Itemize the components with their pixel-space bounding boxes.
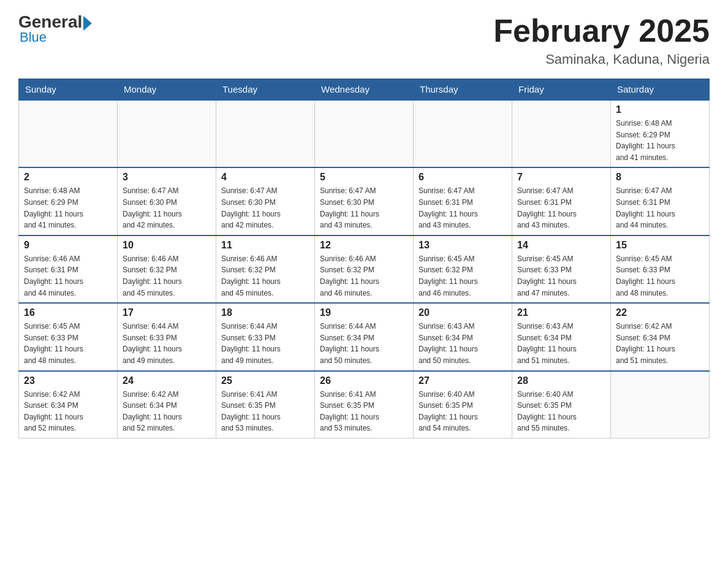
day-info: Sunrise: 6:47 AM Sunset: 6:30 PM Dayligh… [320,185,408,231]
day-info: Sunrise: 6:45 AM Sunset: 6:33 PM Dayligh… [616,253,704,299]
day-number: 26 [320,375,408,386]
day-number: 8 [616,172,704,183]
calendar-table: SundayMondayTuesdayWednesdayThursdayFrid… [18,79,710,439]
weekday-header-sunday: Sunday [19,79,118,101]
day-number: 7 [517,172,605,183]
location: Saminaka, Kaduna, Nigeria [493,52,710,67]
day-number: 24 [123,375,211,386]
logo: General Blue [18,12,93,45]
day-info: Sunrise: 6:42 AM Sunset: 6:34 PM Dayligh… [24,389,112,434]
day-info: Sunrise: 6:43 AM Sunset: 6:34 PM Dayligh… [419,321,507,366]
day-info: Sunrise: 6:45 AM Sunset: 6:33 PM Dayligh… [517,253,605,299]
day-number: 16 [24,307,112,318]
day-info: Sunrise: 6:41 AM Sunset: 6:35 PM Dayligh… [221,389,309,434]
calendar-week-5: 23Sunrise: 6:42 AM Sunset: 6:34 PM Dayli… [19,371,710,439]
calendar-cell: 9Sunrise: 6:46 AM Sunset: 6:31 PM Daylig… [19,236,118,303]
calendar-cell [118,100,216,167]
calendar-cell: 23Sunrise: 6:42 AM Sunset: 6:34 PM Dayli… [19,371,118,439]
calendar-cell [512,100,611,167]
calendar-cell: 3Sunrise: 6:47 AM Sunset: 6:30 PM Daylig… [118,167,216,235]
calendar-cell: 1Sunrise: 6:48 AM Sunset: 6:29 PM Daylig… [611,100,710,167]
day-info: Sunrise: 6:43 AM Sunset: 6:34 PM Dayligh… [517,321,605,366]
calendar-cell [611,371,710,439]
day-info: Sunrise: 6:45 AM Sunset: 6:32 PM Dayligh… [419,253,507,299]
day-number: 17 [123,307,211,318]
calendar-week-3: 9Sunrise: 6:46 AM Sunset: 6:31 PM Daylig… [19,236,710,303]
weekday-header-tuesday: Tuesday [216,79,315,101]
day-number: 25 [221,375,309,386]
day-info: Sunrise: 6:47 AM Sunset: 6:30 PM Dayligh… [221,185,309,231]
day-info: Sunrise: 6:48 AM Sunset: 6:29 PM Dayligh… [616,118,704,163]
day-info: Sunrise: 6:40 AM Sunset: 6:35 PM Dayligh… [419,389,507,434]
day-info: Sunrise: 6:48 AM Sunset: 6:29 PM Dayligh… [24,185,112,231]
calendar-cell [414,100,512,167]
calendar-cell: 22Sunrise: 6:42 AM Sunset: 6:34 PM Dayli… [611,303,710,370]
day-number: 4 [221,172,309,183]
calendar-cell: 11Sunrise: 6:46 AM Sunset: 6:32 PM Dayli… [216,236,315,303]
day-number: 21 [517,307,605,318]
calendar-cell: 7Sunrise: 6:47 AM Sunset: 6:31 PM Daylig… [512,167,611,235]
calendar-cell [216,100,315,167]
calendar-cell: 28Sunrise: 6:40 AM Sunset: 6:35 PM Dayli… [512,371,611,439]
day-number: 12 [320,240,408,251]
day-number: 1 [616,104,704,115]
day-number: 28 [517,375,605,386]
calendar-cell: 14Sunrise: 6:45 AM Sunset: 6:33 PM Dayli… [512,236,611,303]
day-number: 13 [419,240,507,251]
day-info: Sunrise: 6:46 AM Sunset: 6:31 PM Dayligh… [24,253,112,299]
day-info: Sunrise: 6:41 AM Sunset: 6:35 PM Dayligh… [320,389,408,434]
calendar-cell: 18Sunrise: 6:44 AM Sunset: 6:33 PM Dayli… [216,303,315,370]
calendar-week-4: 16Sunrise: 6:45 AM Sunset: 6:33 PM Dayli… [19,303,710,370]
day-number: 3 [123,172,211,183]
day-number: 23 [24,375,112,386]
calendar-cell: 2Sunrise: 6:48 AM Sunset: 6:29 PM Daylig… [19,167,118,235]
day-number: 19 [320,307,408,318]
logo-blue-text: Blue [20,29,47,45]
title-area: February 2025 Saminaka, Kaduna, Nigeria [493,12,710,67]
calendar-cell: 6Sunrise: 6:47 AM Sunset: 6:31 PM Daylig… [414,167,512,235]
day-number: 5 [320,172,408,183]
day-number: 27 [419,375,507,386]
day-info: Sunrise: 6:47 AM Sunset: 6:31 PM Dayligh… [517,185,605,231]
calendar-cell: 25Sunrise: 6:41 AM Sunset: 6:35 PM Dayli… [216,371,315,439]
calendar-cell: 10Sunrise: 6:46 AM Sunset: 6:32 PM Dayli… [118,236,216,303]
day-number: 15 [616,240,704,251]
day-info: Sunrise: 6:40 AM Sunset: 6:35 PM Dayligh… [517,389,605,434]
day-info: Sunrise: 6:47 AM Sunset: 6:31 PM Dayligh… [419,185,507,231]
calendar-cell: 21Sunrise: 6:43 AM Sunset: 6:34 PM Dayli… [512,303,611,370]
day-info: Sunrise: 6:46 AM Sunset: 6:32 PM Dayligh… [221,253,309,299]
calendar-week-1: 1Sunrise: 6:48 AM Sunset: 6:29 PM Daylig… [19,100,710,167]
day-info: Sunrise: 6:46 AM Sunset: 6:32 PM Dayligh… [320,253,408,299]
calendar-cell: 16Sunrise: 6:45 AM Sunset: 6:33 PM Dayli… [19,303,118,370]
calendar-cell: 4Sunrise: 6:47 AM Sunset: 6:30 PM Daylig… [216,167,315,235]
calendar-cell: 19Sunrise: 6:44 AM Sunset: 6:34 PM Dayli… [315,303,414,370]
weekday-header-monday: Monday [118,79,216,101]
weekday-header-wednesday: Wednesday [315,79,414,101]
calendar-cell [315,100,414,167]
calendar-week-2: 2Sunrise: 6:48 AM Sunset: 6:29 PM Daylig… [19,167,710,235]
day-number: 11 [221,240,309,251]
calendar-cell: 8Sunrise: 6:47 AM Sunset: 6:31 PM Daylig… [611,167,710,235]
calendar-cell: 5Sunrise: 6:47 AM Sunset: 6:30 PM Daylig… [315,167,414,235]
day-number: 18 [221,307,309,318]
weekday-header-thursday: Thursday [414,79,512,101]
day-number: 9 [24,240,112,251]
day-info: Sunrise: 6:47 AM Sunset: 6:31 PM Dayligh… [616,185,704,231]
page-header: General Blue February 2025 Saminaka, Kad… [18,12,710,67]
logo-arrow-icon [83,16,92,31]
day-number: 10 [123,240,211,251]
calendar-cell: 15Sunrise: 6:45 AM Sunset: 6:33 PM Dayli… [611,236,710,303]
calendar-header-row: SundayMondayTuesdayWednesdayThursdayFrid… [19,79,710,101]
day-info: Sunrise: 6:45 AM Sunset: 6:33 PM Dayligh… [24,321,112,366]
calendar-cell: 27Sunrise: 6:40 AM Sunset: 6:35 PM Dayli… [414,371,512,439]
calendar-cell: 12Sunrise: 6:46 AM Sunset: 6:32 PM Dayli… [315,236,414,303]
calendar-cell [19,100,118,167]
calendar-cell: 26Sunrise: 6:41 AM Sunset: 6:35 PM Dayli… [315,371,414,439]
day-info: Sunrise: 6:47 AM Sunset: 6:30 PM Dayligh… [123,185,211,231]
day-info: Sunrise: 6:44 AM Sunset: 6:33 PM Dayligh… [221,321,309,366]
day-info: Sunrise: 6:42 AM Sunset: 6:34 PM Dayligh… [616,321,704,366]
day-info: Sunrise: 6:44 AM Sunset: 6:33 PM Dayligh… [123,321,211,366]
day-number: 2 [24,172,112,183]
calendar-cell: 17Sunrise: 6:44 AM Sunset: 6:33 PM Dayli… [118,303,216,370]
day-number: 20 [419,307,507,318]
